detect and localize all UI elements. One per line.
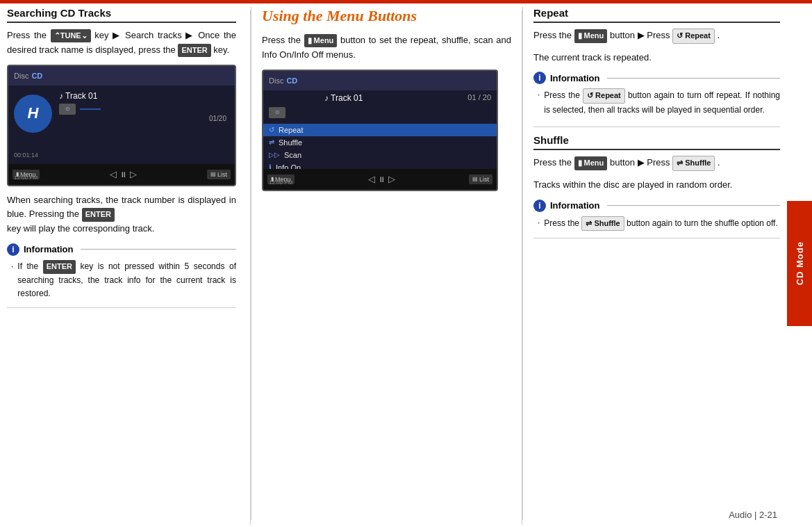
info-content-shuffle: · Press the ⇌ Shuffle button again to tu… bbox=[533, 216, 780, 232]
list-btn-screen-middle[interactable]: ▤ List bbox=[469, 175, 492, 184]
middle-screen-info: ♪ Track 01 01 / 20 bbox=[263, 90, 497, 106]
screen-controls: ◁ ⏸ ▷ bbox=[110, 169, 137, 179]
tune-button[interactable]: ⌃TUNE⌄ bbox=[51, 29, 91, 43]
bullet-repeat: · bbox=[538, 88, 540, 117]
disc-icon-middle: ⊙ bbox=[269, 107, 285, 118]
sidebar-tab-inner: CD Mode bbox=[787, 201, 812, 326]
shuffle-btn-info[interactable]: ⇌ Shuffle bbox=[581, 216, 624, 232]
hyundai-logo: H bbox=[14, 95, 52, 133]
shuffle-body: Press the ▮ Menu button ▶ Press ⇌ Shuffl… bbox=[533, 156, 780, 171]
repeat-label: Repeat bbox=[279, 126, 303, 134]
list-btn-screen[interactable]: ▤ List bbox=[207, 170, 231, 179]
enter-button-inline[interactable]: ENTER bbox=[178, 44, 210, 58]
time-display-left: 00:01:14 bbox=[14, 152, 38, 159]
sidebar-tab-label: CD Mode bbox=[795, 241, 805, 285]
screen-time-middle: 12:00 PM bbox=[269, 179, 292, 186]
screen-bottom-left: ▮ Menu ◁ ⏸ ▷ ▤ List 12:00 PM bbox=[8, 164, 235, 185]
info-divider-left bbox=[81, 249, 237, 250]
bullet-item-left: · If the ENTER key is not pressed within… bbox=[11, 260, 236, 300]
middle-intro: Press the ▮ Menu button to set the repea… bbox=[262, 33, 511, 63]
screen-time-left: 12:00 PM bbox=[14, 175, 38, 181]
info-icon-shuffle: i bbox=[533, 200, 546, 212]
main-content: Searching CD Tracks Press the ⌃TUNE⌄ key… bbox=[0, 0, 787, 527]
disc-cd-left: CD bbox=[31, 72, 42, 80]
info-title-repeat: Information bbox=[550, 73, 600, 83]
shuffle-label: Shuffle bbox=[279, 138, 302, 147]
pause-btn[interactable]: ⏸ bbox=[119, 170, 127, 179]
menu-item-repeat[interactable]: ↺ Repeat bbox=[263, 124, 497, 136]
repeat-btn[interactable]: ↺ Repeat bbox=[672, 29, 715, 44]
screen-body-left: H ♪ Track 01 ⊙ 01/20 bbox=[8, 86, 235, 138]
pause-btn-m[interactable]: ⏸ bbox=[378, 175, 386, 184]
repeat-icon: ↺ bbox=[269, 126, 274, 133]
disc-label-middle: Disc bbox=[269, 76, 283, 85]
top-accent bbox=[0, 0, 812, 3]
bullet-item-repeat: · Press the ↺ Repeat button again to tur… bbox=[538, 88, 780, 117]
track-name-left: ♪ Track 01 bbox=[59, 91, 229, 101]
middle-track-name: ♪ Track 01 bbox=[324, 93, 467, 103]
bullet-left: · bbox=[11, 260, 13, 300]
prev-btn-m[interactable]: ◁ bbox=[368, 174, 375, 184]
repeat-body: Press the ▮ Menu button ▶ Press ↺ Repeat… bbox=[533, 29, 780, 44]
info-header-shuffle: i Information bbox=[533, 200, 780, 212]
next-btn-m[interactable]: ▷ bbox=[388, 174, 395, 184]
info-title-left: Information bbox=[24, 244, 74, 254]
disc-screenshot-middle: Disc CD ♪ Track 01 01 / 20 ⊙ bbox=[262, 70, 498, 191]
sidebar-tab: CD Mode bbox=[787, 0, 812, 527]
shuffle-description: Tracks within the disc are played in ran… bbox=[533, 178, 780, 193]
info-divider-shuffle bbox=[607, 205, 781, 206]
menu-btn-repeat[interactable]: ▮ Menu bbox=[574, 29, 608, 43]
info-box-shuffle: i Information · Press the ⇌ Shuffle butt… bbox=[533, 200, 780, 232]
info-icon-left: i bbox=[7, 243, 19, 256]
enter-btn-info[interactable]: ENTER bbox=[43, 260, 76, 274]
shuffle-btn[interactable]: ⇌ Shuffle bbox=[672, 156, 715, 171]
bullet-item-shuffle: · Press the ⇌ Shuffle button again to tu… bbox=[538, 216, 780, 232]
enter-button-inline2[interactable]: ENTER bbox=[82, 208, 115, 222]
info-title-shuffle: Information bbox=[550, 200, 600, 211]
bullet-text-shuffle: Press the ⇌ Shuffle button again to turn… bbox=[544, 216, 777, 232]
disc-icon-left: ⊙ bbox=[59, 104, 76, 115]
repeat-description: The current track is repeated. bbox=[533, 51, 780, 65]
next-btn[interactable]: ▷ bbox=[130, 169, 137, 179]
col-left: Searching CD Tracks Press the ⌃TUNE⌄ key… bbox=[7, 7, 250, 520]
bullet-text-left: If the ENTER key is not pressed within 5… bbox=[17, 260, 236, 300]
menu-item-scan[interactable]: ▷▷ Scan bbox=[263, 149, 497, 161]
progress-bar bbox=[80, 108, 101, 110]
info-box-left: i Information · If the ENTER key is not … bbox=[7, 243, 236, 300]
menu-btn-shuffle[interactable]: ▮ Menu bbox=[574, 156, 608, 170]
left-para1: Press the ⌃TUNE⌄ key ▶ Search tracks ▶ O… bbox=[7, 29, 236, 58]
repeat-section: Repeat Press the ▮ Menu button ▶ Press ↺… bbox=[533, 7, 780, 117]
divider-repeat-shuffle bbox=[533, 127, 780, 127]
divider-shuffle-bottom bbox=[533, 238, 780, 238]
disc-cd-middle: CD bbox=[286, 76, 297, 85]
disc-label-left: Disc bbox=[14, 72, 28, 80]
disc-screenshot-left: Disc CD H ♪ Track 01 ⊙ bbox=[7, 65, 236, 186]
menu-item-shuffle[interactable]: ⇌ Shuffle bbox=[263, 136, 497, 149]
shuffle-section: Shuffle Press the ▮ Menu button ▶ Press … bbox=[533, 134, 780, 238]
screen-header-middle: Disc CD bbox=[263, 71, 497, 90]
hyundai-h-letter: H bbox=[28, 104, 39, 122]
screen-header-left: Disc CD bbox=[8, 66, 235, 86]
repeat-btn-info[interactable]: ↺ Repeat bbox=[583, 88, 625, 104]
shuffle-icon: ⇌ bbox=[269, 138, 274, 146]
col-middle: Using the Menu Buttons Press the ▮ Menu … bbox=[251, 7, 522, 520]
info-divider-repeat bbox=[607, 78, 781, 79]
middle-section-title: Using the Menu Buttons bbox=[262, 7, 511, 25]
menu-btn-middle[interactable]: ▮ Menu bbox=[304, 34, 338, 48]
page-footer: Audio | 2-21 bbox=[729, 510, 777, 520]
cd-icon-row: ⊙ bbox=[263, 106, 497, 121]
info-content-repeat: · Press the ↺ Repeat button again to tur… bbox=[533, 88, 780, 117]
col-right: Repeat Press the ▮ Menu button ▶ Press ↺… bbox=[522, 7, 780, 520]
info-box-repeat: i Information · Press the ↺ Repeat butto… bbox=[533, 72, 780, 117]
scan-label: Scan bbox=[284, 151, 301, 159]
screen-bottom-middle: ▮ Menu ◁ ⏸ ▷ ▤ List 12:00 PM bbox=[263, 169, 497, 190]
bullet-shuffle: · bbox=[538, 216, 540, 232]
screen-controls-middle: ◁ ⏸ ▷ bbox=[368, 174, 395, 184]
shuffle-section-title: Shuffle bbox=[533, 134, 780, 150]
info-header-left: i Information bbox=[7, 243, 236, 256]
prev-btn[interactable]: ◁ bbox=[110, 169, 117, 179]
info-content-left: · If the ENTER key is not pressed within… bbox=[7, 260, 236, 300]
divider-left-bottom bbox=[7, 307, 236, 308]
info-icon-repeat: i bbox=[533, 72, 546, 84]
page-container: Searching CD Tracks Press the ⌃TUNE⌄ key… bbox=[0, 0, 812, 527]
